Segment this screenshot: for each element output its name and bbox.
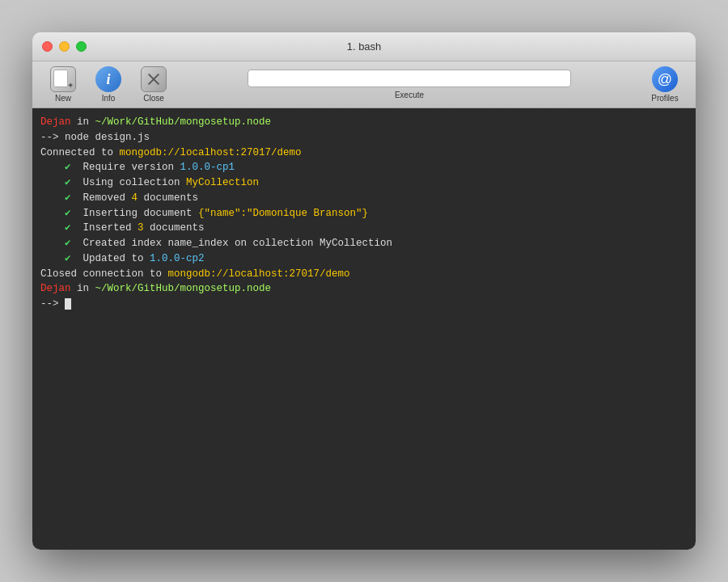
terminal-line: Dejan in ~/Work/GitHub/mongosetup.node	[40, 115, 688, 130]
terminal-line: ✔ Removed 4 documents	[40, 191, 688, 206]
window-title: 1. bash	[347, 40, 382, 53]
close-button[interactable]: Close	[133, 63, 175, 106]
terminal-line: ✔ Updated to 1.0.0-cp2	[40, 251, 688, 267]
toolbar: New i Info Close Execute @ Profiles	[32, 61, 696, 108]
terminal-line: ✔ Inserted 3 documents	[40, 221, 688, 236]
info-icon: i	[95, 66, 121, 92]
terminal-line: ✔ Using collection MyCollection	[40, 175, 688, 191]
new-label: New	[55, 94, 71, 103]
terminal-output[interactable]: Dejan in ~/Work/GitHub/mongosetup.node--…	[32, 108, 696, 550]
maximize-traffic-light[interactable]	[76, 41, 87, 52]
terminal-line: Connected to mongodb://localhost:27017/d…	[40, 146, 688, 161]
terminal-line: Dejan in ~/Work/GitHub/mongosetup.node	[40, 281, 688, 297]
info-label: Info	[102, 94, 116, 103]
new-button[interactable]: New	[42, 63, 84, 106]
execute-input[interactable]	[248, 70, 571, 87]
new-icon	[50, 66, 76, 92]
terminal-line: Closed connection to mongodb://localhost…	[40, 267, 688, 282]
close-traffic-light[interactable]	[42, 41, 53, 52]
execute-label: Execute	[395, 91, 424, 99]
profiles-button[interactable]: @ Profiles	[644, 63, 686, 106]
terminal-line: ✔ Inserting document {"name":"Domonique …	[40, 206, 688, 221]
terminal-window: 1. bash New i Info Close Execute @ Profi…	[32, 32, 696, 550]
title-bar: 1. bash	[32, 32, 696, 61]
terminal-line: --> node design.js	[40, 130, 688, 146]
profiles-icon: @	[652, 66, 678, 92]
execute-area: Execute	[178, 70, 641, 99]
close-icon	[141, 66, 167, 92]
terminal-line: -->	[40, 297, 688, 312]
terminal-line: ✔ Require version 1.0.0-cp1	[40, 160, 688, 175]
info-button[interactable]: i Info	[87, 63, 129, 106]
profiles-label: Profiles	[651, 94, 678, 103]
terminal-line: ✔ Created index name_index on collection…	[40, 236, 688, 251]
cursor	[65, 298, 71, 310]
traffic-lights	[42, 41, 87, 52]
minimize-traffic-light[interactable]	[59, 41, 70, 52]
close-label: Close	[143, 94, 164, 103]
